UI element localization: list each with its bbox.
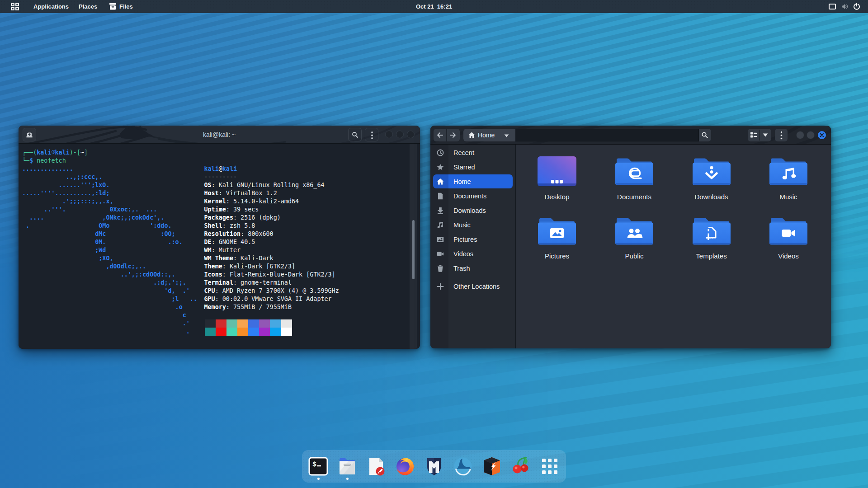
svg-text:$: $ xyxy=(312,461,316,469)
